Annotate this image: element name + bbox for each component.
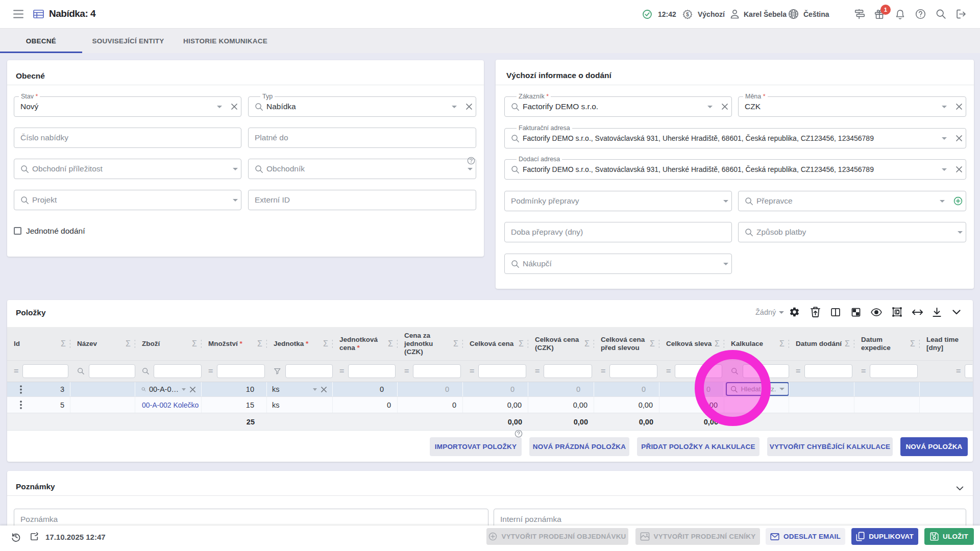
svg-text:$: $ bbox=[686, 12, 689, 17]
